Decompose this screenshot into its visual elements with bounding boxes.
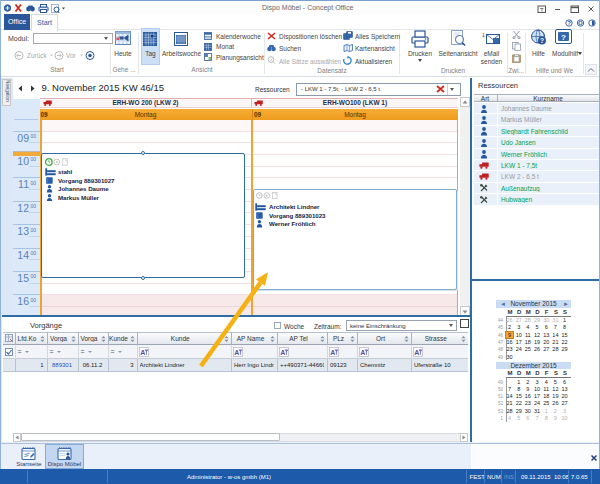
svg-text:?: ? bbox=[540, 37, 544, 44]
svg-text:Zurück: Zurück bbox=[27, 52, 48, 59]
svg-text:A: A bbox=[414, 349, 419, 356]
svg-text:A: A bbox=[280, 349, 285, 356]
svg-text:A: A bbox=[140, 349, 145, 356]
svg-text:A: A bbox=[360, 349, 365, 356]
svg-text:A: A bbox=[330, 349, 335, 356]
svg-text:?: ? bbox=[561, 33, 566, 42]
svg-text:?: ? bbox=[567, 20, 571, 26]
svg-text:1: 1 bbox=[482, 32, 485, 38]
svg-text:Vor: Vor bbox=[66, 52, 77, 59]
